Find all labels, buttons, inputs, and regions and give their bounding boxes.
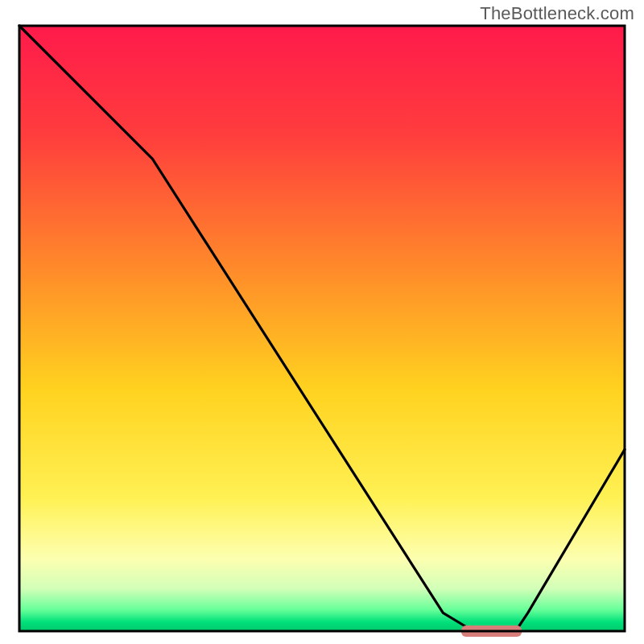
watermark-text: TheBottleneck.com — [480, 3, 634, 24]
bottleneck-chart — [0, 0, 644, 644]
chart-container: TheBottleneck.com — [0, 0, 644, 644]
